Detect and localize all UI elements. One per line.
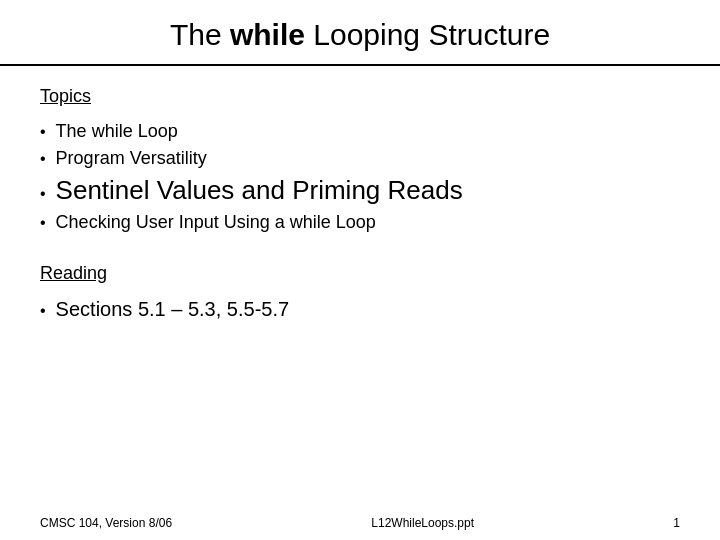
bullet-icon: • xyxy=(40,214,46,232)
reading-heading: Reading xyxy=(40,263,680,284)
reading-item-1: Sections 5.1 – 5.3, 5.5-5.7 xyxy=(56,298,290,321)
list-item: • The while Loop xyxy=(40,121,680,142)
bullet-icon: • xyxy=(40,123,46,141)
slide-footer: CMSC 104, Version 8/06 L12WhileLoops.ppt… xyxy=(0,516,720,530)
topics-heading: Topics xyxy=(40,86,680,107)
title-bar: The while Looping Structure xyxy=(0,0,720,66)
reading-section: Reading • Sections 5.1 – 5.3, 5.5-5.7 xyxy=(40,263,680,321)
topics-list: • The while Loop • Program Versatility •… xyxy=(40,121,680,233)
list-item: • Program Versatility xyxy=(40,148,680,169)
topic-item-4: Checking User Input Using a while Loop xyxy=(56,212,376,233)
bullet-icon: • xyxy=(40,185,46,203)
slide-title: The while Looping Structure xyxy=(40,18,680,52)
footer-center: L12WhileLoops.ppt xyxy=(371,516,474,530)
bullet-icon: • xyxy=(40,150,46,168)
topic-item-1: The while Loop xyxy=(56,121,178,142)
topic-item-3: Sentinel Values and Priming Reads xyxy=(56,175,463,206)
topics-section: Topics • The while Loop • Program Versat… xyxy=(40,86,680,233)
list-item: • Checking User Input Using a while Loop xyxy=(40,212,680,233)
topic-item-2: Program Versatility xyxy=(56,148,207,169)
title-prefix: The xyxy=(170,18,230,51)
bullet-icon: • xyxy=(40,302,46,320)
title-bold: while xyxy=(230,18,305,51)
footer-right: 1 xyxy=(673,516,680,530)
footer-left: CMSC 104, Version 8/06 xyxy=(40,516,172,530)
slide-content: Topics • The while Loop • Program Versat… xyxy=(0,86,720,540)
title-suffix: Looping Structure xyxy=(305,18,550,51)
slide-container: The while Looping Structure Topics • The… xyxy=(0,0,720,540)
reading-bullet: • Sections 5.1 – 5.3, 5.5-5.7 xyxy=(40,298,680,321)
list-item: • Sentinel Values and Priming Reads xyxy=(40,175,680,206)
